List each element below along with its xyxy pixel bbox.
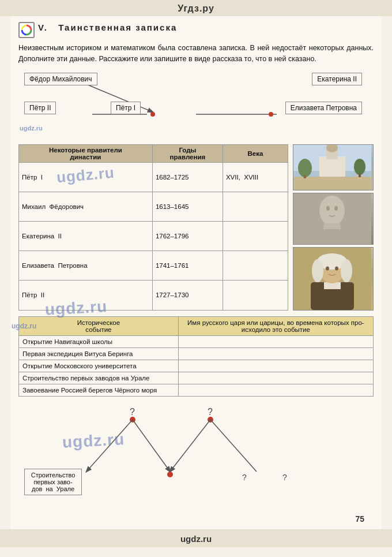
- event-ruler: [178, 335, 373, 347]
- event-name: Первая экспедиция Витуса Беринга: [19, 347, 179, 360]
- ruler-century: [223, 192, 288, 221]
- event-name: Строительство первых заво­дов на Урале: [19, 372, 179, 384]
- name-box-fedor: Фёдор Михайлович: [24, 73, 97, 85]
- event-name: Открытие Навигацкой школы: [19, 335, 179, 347]
- ruler-years: 1741–1761: [152, 251, 223, 281]
- svg-point-4: [150, 112, 155, 117]
- svg-point-16: [354, 159, 365, 175]
- name-box-petr2: Пётр II: [24, 102, 56, 114]
- name-box-ekaterina2: Екатерина II: [312, 73, 362, 85]
- svg-line-40: [170, 420, 210, 472]
- ruler-century: [223, 281, 288, 310]
- events-col2-header: Имя русского царя или цари­цы, во времен…: [178, 316, 373, 335]
- logo-icon: [18, 22, 35, 38]
- ruler-name: Елизавета Петровна: [19, 251, 153, 281]
- svg-line-39: [133, 420, 170, 472]
- name-box-elizaveta: Елизавета Петровна: [285, 102, 362, 114]
- svg-point-21: [334, 206, 338, 211]
- ruler-years: 1727–1730: [152, 281, 223, 310]
- page-number: 75: [355, 514, 364, 524]
- svg-point-34: [335, 266, 338, 270]
- svg-point-32: [341, 259, 352, 282]
- intro-text: Неизвестным историком и математиком была…: [18, 43, 374, 65]
- svg-rect-17: [359, 174, 361, 177]
- event-ruler: [178, 384, 373, 396]
- table-row: Пётр II 1727–1730: [19, 281, 288, 310]
- page-wrapper: Угдз.ру V. Таинственная записка Неизвест…: [0, 0, 392, 557]
- diagram-box-construction: Строительствопервых заво-дов на Урале: [24, 469, 82, 495]
- svg-text:?: ?: [242, 473, 247, 482]
- content-area: V. Таинственная записка Неизвестным исто…: [10, 16, 382, 529]
- ugdz-watermark-2: ugdz.ru: [12, 322, 36, 330]
- table-row: Открытие Московского уни­верситета: [19, 360, 374, 372]
- table-row: Завоевание Россией берегов Чёрного моря: [19, 384, 374, 396]
- portrait-image: [293, 247, 374, 311]
- svg-point-33: [326, 266, 329, 270]
- event-ruler: [178, 372, 373, 384]
- svg-text:?: ?: [208, 407, 213, 417]
- svg-rect-8: [293, 177, 371, 190]
- svg-point-31: [312, 259, 323, 282]
- svg-text:?: ?: [282, 473, 287, 482]
- ruler-century: [223, 221, 288, 251]
- site-header: Угдз.ру: [0, 0, 392, 16]
- event-name: Открытие Московского уни­верситета: [19, 360, 179, 372]
- rulers-col2-header: Годыправления: [152, 144, 223, 162]
- rulers-col1-header: Некоторые правителидинастии: [19, 144, 153, 162]
- event-ruler: [178, 360, 373, 372]
- ruler-years: 1762–1796: [152, 221, 223, 251]
- event-ruler: [178, 347, 373, 360]
- svg-rect-23: [311, 229, 354, 241]
- rulers-table: Некоторые правителидинастии Годыправлени…: [18, 144, 288, 311]
- table-row: Михаил Фёдорович 1613–1645: [19, 192, 288, 221]
- site-footer: ugdz.ru: [0, 529, 392, 547]
- table-row: Елизавета Петровна 1741–1761: [19, 251, 288, 281]
- table-row: Екатерина II 1762–1796: [19, 221, 288, 251]
- ruler-name: Пётр I: [19, 162, 153, 192]
- section-title: V. Таинственная записка: [38, 23, 177, 32]
- svg-point-19: [319, 196, 345, 226]
- diagram-area: ? ? ? ?: [18, 402, 374, 518]
- svg-rect-15: [304, 175, 306, 178]
- events-col1-header: Историческоесобытие: [19, 316, 179, 335]
- ruler-century: XVII, XVIII: [223, 162, 288, 192]
- bust-image: [293, 193, 374, 245]
- svg-line-41: [86, 420, 133, 472]
- svg-rect-9: [319, 156, 345, 177]
- event-name: Завоевание Россией берегов Чёрного моря: [19, 384, 179, 396]
- tables-row: Некоторые правителидинастии Годыправлени…: [18, 144, 374, 311]
- ruler-years: 1682–1725: [152, 162, 223, 192]
- table-row: Строительство первых заво­дов на Урале: [19, 372, 374, 384]
- svg-line-42: [210, 420, 257, 472]
- table-row: Открытие Навигацкой школы: [19, 335, 374, 347]
- images-col: [293, 144, 374, 311]
- svg-text:?: ?: [130, 407, 135, 417]
- svg-point-5: [269, 112, 273, 117]
- ruler-name: Михаил Фёдорович: [19, 192, 153, 221]
- site-title: Угдз.ру: [178, 3, 214, 13]
- table-row: Первая экспедиция Витуса Беринга: [19, 347, 374, 360]
- ruler-name: Пётр II: [19, 281, 153, 310]
- rulers-col3-header: Века: [223, 144, 288, 162]
- ruler-century: [223, 251, 288, 281]
- ugdz-watermark-1: ugdz.ru: [20, 125, 43, 132]
- svg-point-20: [326, 206, 330, 211]
- ruler-years: 1613–1645: [152, 192, 223, 221]
- events-table: Историческоесобытие Имя русского царя ил…: [18, 316, 374, 397]
- svg-point-14: [298, 159, 312, 177]
- name-boxes-area: Фёдор Михайлович Екатерина II Пётр II Пё…: [18, 73, 374, 142]
- footer-title: ugdz.ru: [180, 534, 212, 544]
- name-box-petr1: Пётр I: [111, 102, 141, 114]
- church-image: [293, 144, 374, 190]
- svg-point-43: [167, 472, 173, 477]
- ruler-name: Екатерина II: [19, 221, 153, 251]
- table-row: Пётр I 1682–1725 XVII, XVIII: [19, 162, 288, 192]
